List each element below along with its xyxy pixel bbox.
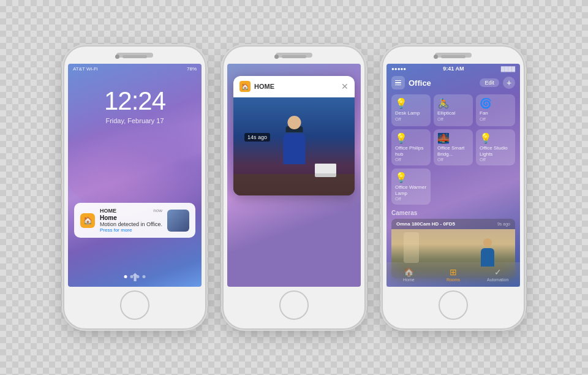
notif-title: Home xyxy=(100,214,162,221)
camera-notification-card[interactable]: 🏠 HOME ✕ 14s ago xyxy=(233,76,355,195)
tile-desk-lamp[interactable]: 💡 Desk Lamp Off xyxy=(391,94,431,126)
home-tab-icon: 🏠 xyxy=(404,267,414,277)
notif-card-title: HOME xyxy=(254,83,337,90)
phone-2-screen: 🏠 HOME ✕ 14s ago xyxy=(227,64,361,287)
camera-dot xyxy=(434,55,438,59)
close-button[interactable]: ✕ xyxy=(341,81,349,91)
camera-dot xyxy=(115,55,119,59)
notif-app-icon: 🏠 xyxy=(80,213,95,228)
tile-warmer-lamp[interactable]: 💡 Office Warmer Lamp Off xyxy=(391,169,431,205)
studio-lights-icon: 💡 xyxy=(480,132,511,144)
warmer-lamp-name: Office Warmer Lamp xyxy=(395,184,427,196)
notif-time: now xyxy=(153,208,162,214)
camera-timestamp: 14s ago xyxy=(244,133,270,142)
elliptical-icon: 🚴 xyxy=(437,97,469,109)
tile-elliptical[interactable]: 🚴 Elliptical Off xyxy=(434,94,473,126)
philips-status: Off xyxy=(395,157,427,162)
camera-dot xyxy=(274,55,279,59)
camera-notif-header: 🏠 HOME ✕ xyxy=(233,76,355,97)
battery-indicator: ▓▓▓▓ xyxy=(501,66,515,72)
philips-name: Office Philips hub xyxy=(395,145,427,157)
bridge-status: Off xyxy=(437,157,469,162)
home-app-screen: ●●●●● 9:41 AM ▓▓▓▓ Office Edit + xyxy=(386,64,520,287)
menu-lines-icon xyxy=(395,80,401,86)
carrier-dots: ●●●●● xyxy=(391,66,406,72)
dot-4 xyxy=(143,275,146,278)
camera-video-container: 14s ago xyxy=(233,97,355,195)
carrier-signal: AT&T Wi-Fi xyxy=(73,66,98,72)
camera-time: 9s ago xyxy=(497,222,510,226)
speaker xyxy=(282,55,306,58)
warmer-lamp-status: Off xyxy=(395,196,427,202)
person-silhouette xyxy=(277,116,311,177)
status-bar: AT&T Wi-Fi 78% xyxy=(68,64,202,74)
phone-2: 🏠 HOME ✕ 14s ago xyxy=(224,47,364,328)
phone-1-screen: AT&T Wi-Fi 78% 12:24 Friday, February 17… xyxy=(68,64,202,287)
automation-tab-label: Automation xyxy=(487,278,508,282)
notif-content: HOME now Home Motion detected in Office.… xyxy=(100,208,162,233)
menu-line-2 xyxy=(395,82,401,83)
rooms-tab-label: Rooms xyxy=(447,278,460,282)
phone-3-screen: ●●●●● 9:41 AM ▓▓▓▓ Office Edit + xyxy=(386,64,520,287)
laptop xyxy=(315,164,336,177)
tab-home[interactable]: 🏠 Home xyxy=(386,267,431,282)
studio-lights-name: Office Studio Lights xyxy=(480,145,511,157)
notif-body: Motion detected in Office. xyxy=(100,221,162,227)
elliptical-name: Elliptical xyxy=(437,110,469,116)
menu-line-1 xyxy=(395,80,401,81)
desk-lamp-status: Off xyxy=(395,116,427,122)
tab-rooms[interactable]: ⊞ Rooms xyxy=(431,267,476,282)
notif-thumbnail xyxy=(167,210,189,232)
lock-notification[interactable]: 🏠 HOME now Home Motion detected in Offic… xyxy=(74,203,195,238)
camera-name: Omna 180Cam HD - 0FD5 xyxy=(396,221,455,227)
lock-icon: ⬆ xyxy=(130,271,140,284)
cameras-label: Cameras xyxy=(391,210,515,216)
room-title: Office xyxy=(409,78,476,88)
camera-notification-screen: 🏠 HOME ✕ 14s ago xyxy=(227,64,361,287)
fan-status: Off xyxy=(480,116,511,122)
accessory-tiles-grid: 💡 Desk Lamp Off 🚴 Elliptical Off 🌀 Fan O… xyxy=(386,92,520,207)
home-tab-label: Home xyxy=(403,278,415,282)
bridge-icon: 🌉 xyxy=(437,132,469,144)
tab-bar: 🏠 Home ⊞ Rooms ✓ Automation xyxy=(386,262,520,287)
battery: 78% xyxy=(187,66,197,72)
tile-smart-bridge[interactable]: 🌉 Office Smart Bridg... Off xyxy=(434,129,473,165)
lockscreen: AT&T Wi-Fi 78% 12:24 Friday, February 17… xyxy=(68,64,202,287)
speaker xyxy=(441,55,466,58)
phone-1: AT&T Wi-Fi 78% 12:24 Friday, February 17… xyxy=(64,47,205,328)
bridge-name: Office Smart Bridg... xyxy=(437,145,469,157)
desk-surface xyxy=(233,174,355,195)
camera-feed xyxy=(233,97,355,195)
tile-fan[interactable]: 🌀 Fan Off xyxy=(476,94,515,126)
home-app-statusbar: ●●●●● 9:41 AM ▓▓▓▓ xyxy=(386,64,520,74)
tile-philips-hub[interactable]: 💡 Office Philips hub Off xyxy=(391,129,431,165)
notif-thumb-image xyxy=(167,210,189,232)
dot-1 xyxy=(124,275,127,278)
fan-icon: 🌀 xyxy=(480,97,511,109)
speaker xyxy=(123,55,147,58)
studio-lights-status: Off xyxy=(480,157,511,162)
notif-app-name: HOME xyxy=(100,208,116,214)
menu-button[interactable] xyxy=(391,76,405,89)
menu-line-3 xyxy=(395,85,401,86)
warmer-lamp-icon: 💡 xyxy=(395,172,427,183)
add-button[interactable]: + xyxy=(503,77,515,89)
elliptical-status: Off xyxy=(437,116,469,122)
camera-card-header: Omna 180Cam HD - 0FD5 9s ago xyxy=(391,219,515,229)
edit-button[interactable]: Edit xyxy=(480,78,499,87)
desk-lamp-icon: 💡 xyxy=(395,97,427,109)
home-app-navbar: Office Edit + xyxy=(386,74,520,92)
clock-time: 9:41 AM xyxy=(443,66,464,72)
notif-more[interactable]: Press for more xyxy=(100,227,162,233)
notif-home-icon: 🏠 xyxy=(239,81,251,92)
rooms-tab-icon: ⊞ xyxy=(450,267,457,277)
tile-studio-lights[interactable]: 💡 Office Studio Lights Off xyxy=(476,129,515,165)
fan-name: Fan xyxy=(480,110,511,116)
preview-lamp xyxy=(404,232,419,263)
desk-lamp-name: Desk Lamp xyxy=(395,110,427,116)
phone-3: ●●●●● 9:41 AM ▓▓▓▓ Office Edit + xyxy=(383,47,524,328)
philips-icon: 💡 xyxy=(395,132,427,144)
preview-person xyxy=(478,238,497,272)
